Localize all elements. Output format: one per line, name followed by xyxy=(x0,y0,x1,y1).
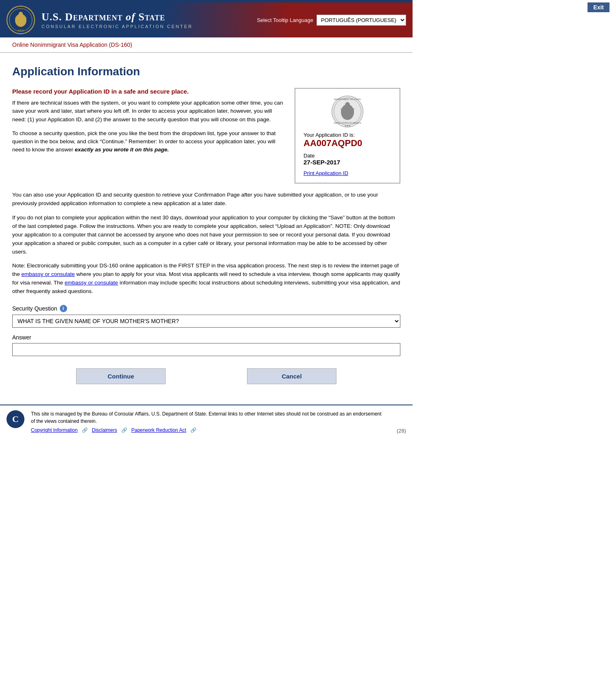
continue-button[interactable]: Continue xyxy=(76,368,166,384)
footer-links: Copyright Information 🔗 Disclaimers 🔗 Pa… xyxy=(31,427,387,434)
form-section: Security Question i WHAT IS THE GIVEN NA… xyxy=(12,305,400,356)
security-question-group: Security Question i WHAT IS THE GIVEN NA… xyxy=(12,305,400,328)
para3: You can also use your Application ID and… xyxy=(12,191,400,208)
card-seal: DEPARTMENT OF STATE UNITED STATES OF AME… xyxy=(331,95,364,128)
footer-link-icon-1: 🔗 xyxy=(82,427,88,434)
answer-group: Answer xyxy=(12,334,400,356)
footer-text-block: This site is managed by the Bureau of Co… xyxy=(31,410,387,434)
disclaimers-link[interactable]: Disclaimers xyxy=(92,427,117,434)
para4: If you do not plan to complete your appl… xyxy=(12,214,400,256)
header: ★ ★ ★ U.S. Department of State CONSULAR … xyxy=(0,2,413,37)
date-value: 27-SEP-2017 xyxy=(304,159,391,166)
id-label: Your Application ID is: xyxy=(304,132,391,138)
svg-text:★ ★ ★: ★ ★ ★ xyxy=(18,29,24,31)
department-name: U.S. Department of State xyxy=(42,11,257,23)
footer-link-icon-3: 🔗 xyxy=(190,427,197,434)
app-id-section: Please record your Application ID in a s… xyxy=(12,88,400,184)
para1: If there are technical issues with the s… xyxy=(12,99,285,124)
cancel-button[interactable]: Cancel xyxy=(247,368,336,384)
main-content: Application Information Please record yo… xyxy=(0,53,413,405)
svg-text:UNITED STATES OF AMERICA: UNITED STATES OF AMERICA xyxy=(334,122,362,124)
tooltip-language-label: Select Tooltip Language xyxy=(257,17,313,23)
security-question-label-text: Security Question xyxy=(12,305,57,312)
svg-text:★ ★ ★: ★ ★ ★ xyxy=(345,125,351,127)
date-label: Date xyxy=(304,153,391,159)
embassy-consulate-link-2[interactable]: embassy or consulate xyxy=(65,280,118,286)
svg-text:DEPARTMENT OF STATE: DEPARTMENT OF STATE xyxy=(334,98,361,101)
answer-input[interactable] xyxy=(12,343,400,356)
state-department-seal: ★ ★ ★ xyxy=(7,6,35,34)
language-select[interactable]: PORTUGUÊS (PORTUGUESE) ENGLISH ESPAÑOL (… xyxy=(317,15,406,26)
buttons-row: Continue Cancel xyxy=(12,368,400,384)
page-title: Application Information xyxy=(12,65,400,78)
security-question-info-icon[interactable]: i xyxy=(60,305,67,312)
svg-point-6 xyxy=(19,12,23,16)
copyright-information-link[interactable]: Copyright Information xyxy=(31,427,78,434)
answer-label: Answer xyxy=(12,334,400,341)
breadcrumb: Online Nonimmigrant Visa Application (DS… xyxy=(0,37,413,53)
security-question-label: Security Question i xyxy=(12,305,400,312)
embassy-consulate-link-1[interactable]: embassy or consulate xyxy=(22,271,75,277)
page-number: (28) xyxy=(397,428,406,434)
footer: C This site is managed by the Bureau of … xyxy=(0,405,413,439)
answer-label-text: Answer xyxy=(12,334,31,341)
breadcrumb-link[interactable]: Online Nonimmigrant Visa Application (DS… xyxy=(12,42,132,48)
footer-logo: C xyxy=(7,410,24,428)
paperwork-reduction-act-link[interactable]: Paperwork Reduction Act xyxy=(131,427,186,434)
print-application-id-link[interactable]: Print Application ID xyxy=(304,170,348,176)
center-name: CONSULAR ELECTRONIC APPLICATION CENTER xyxy=(42,24,257,29)
language-selector-block: Select Tooltip Language PORTUGUÊS (PORTU… xyxy=(257,15,406,26)
para5: Note: Electronically submitting your DS-… xyxy=(12,262,400,296)
footer-link-icon-2: 🔗 xyxy=(121,427,127,434)
security-question-select[interactable]: WHAT IS THE GIVEN NAME OF YOUR MOTHER'S … xyxy=(12,315,400,328)
warning-title: Please record your Application ID in a s… xyxy=(12,88,285,95)
id-value: AA007AQPD0 xyxy=(304,138,391,149)
app-id-card: DEPARTMENT OF STATE UNITED STATES OF AME… xyxy=(295,88,400,184)
app-id-description: Please record your Application ID in a s… xyxy=(12,88,285,184)
footer-managed-text: This site is managed by the Bureau of Co… xyxy=(31,410,387,425)
svg-point-15 xyxy=(345,102,350,107)
para2-bold: exactly as you wrote it on this page. xyxy=(75,147,169,153)
para2: To choose a security question, pick the … xyxy=(12,129,285,154)
header-title-block: U.S. Department of State CONSULAR ELECTR… xyxy=(42,11,257,29)
